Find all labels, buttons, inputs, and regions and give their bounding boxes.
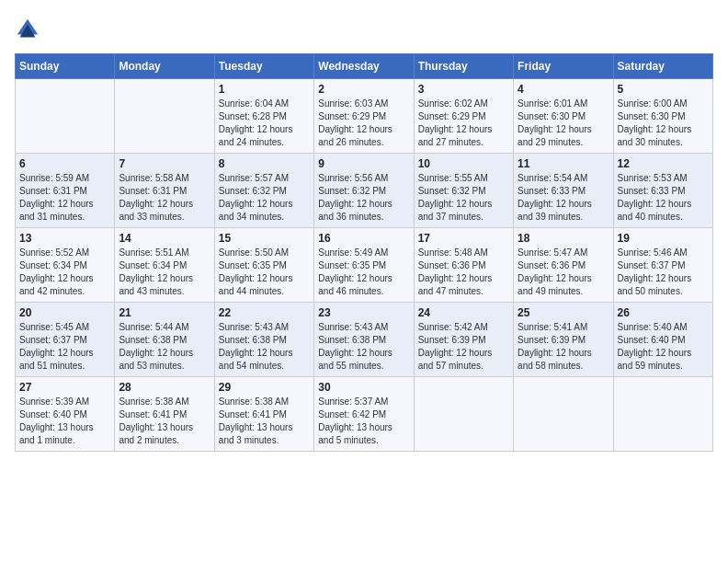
calendar-cell bbox=[115, 79, 214, 154]
calendar-cell: 17Sunrise: 5:48 AMSunset: 6:36 PMDayligh… bbox=[414, 228, 513, 303]
calendar-cell: 15Sunrise: 5:50 AMSunset: 6:35 PMDayligh… bbox=[214, 228, 313, 303]
day-info: Sunrise: 6:00 AMSunset: 6:30 PMDaylight:… bbox=[618, 98, 709, 149]
calendar-cell: 24Sunrise: 5:42 AMSunset: 6:39 PMDayligh… bbox=[414, 303, 513, 377]
calendar-cell: 4Sunrise: 6:01 AMSunset: 6:30 PMDaylight… bbox=[514, 79, 613, 154]
calendar-cell bbox=[514, 377, 613, 452]
calendar-week-row: 6Sunrise: 5:59 AMSunset: 6:31 PMDaylight… bbox=[16, 154, 713, 228]
day-info: Sunrise: 5:57 AMSunset: 6:32 PMDaylight:… bbox=[219, 172, 310, 224]
day-number: 21 bbox=[119, 306, 210, 319]
day-info: Sunrise: 5:49 AMSunset: 6:35 PMDaylight:… bbox=[318, 247, 409, 298]
logo bbox=[15, 15, 44, 42]
day-info: Sunrise: 5:58 AMSunset: 6:31 PMDaylight:… bbox=[119, 172, 210, 224]
calendar-cell: 23Sunrise: 5:43 AMSunset: 6:38 PMDayligh… bbox=[314, 303, 414, 377]
day-info: Sunrise: 5:45 AMSunset: 6:37 PMDaylight:… bbox=[19, 321, 110, 373]
calendar-cell: 18Sunrise: 5:47 AMSunset: 6:36 PMDayligh… bbox=[514, 228, 613, 303]
day-number: 14 bbox=[119, 232, 210, 245]
day-info: Sunrise: 5:54 AMSunset: 6:33 PMDaylight:… bbox=[518, 172, 609, 224]
day-info: Sunrise: 5:56 AMSunset: 6:32 PMDaylight:… bbox=[318, 172, 409, 224]
header bbox=[15, 15, 713, 42]
calendar-week-row: 27Sunrise: 5:39 AMSunset: 6:40 PMDayligh… bbox=[16, 377, 713, 452]
calendar-cell: 21Sunrise: 5:44 AMSunset: 6:38 PMDayligh… bbox=[115, 303, 214, 377]
calendar-week-row: 20Sunrise: 5:45 AMSunset: 6:37 PMDayligh… bbox=[16, 303, 713, 377]
day-info: Sunrise: 5:47 AMSunset: 6:36 PMDaylight:… bbox=[518, 247, 609, 298]
calendar-cell: 29Sunrise: 5:38 AMSunset: 6:41 PMDayligh… bbox=[214, 377, 313, 452]
calendar-cell: 30Sunrise: 5:37 AMSunset: 6:42 PMDayligh… bbox=[314, 377, 414, 452]
weekday-header: Friday bbox=[514, 54, 613, 79]
day-info: Sunrise: 5:43 AMSunset: 6:38 PMDaylight:… bbox=[219, 321, 310, 373]
day-number: 30 bbox=[318, 381, 409, 394]
calendar-cell: 5Sunrise: 6:00 AMSunset: 6:30 PMDaylight… bbox=[613, 79, 712, 154]
day-info: Sunrise: 5:39 AMSunset: 6:40 PMDaylight:… bbox=[19, 396, 110, 447]
day-number: 19 bbox=[618, 232, 709, 245]
day-number: 11 bbox=[518, 157, 609, 170]
calendar-cell: 12Sunrise: 5:53 AMSunset: 6:33 PMDayligh… bbox=[613, 154, 712, 228]
day-number: 29 bbox=[219, 381, 310, 394]
day-info: Sunrise: 5:42 AMSunset: 6:39 PMDaylight:… bbox=[418, 321, 509, 373]
day-info: Sunrise: 5:41 AMSunset: 6:39 PMDaylight:… bbox=[518, 321, 609, 373]
calendar-cell: 28Sunrise: 5:38 AMSunset: 6:41 PMDayligh… bbox=[115, 377, 214, 452]
day-number: 24 bbox=[418, 306, 509, 319]
day-number: 20 bbox=[19, 306, 110, 319]
calendar-cell: 10Sunrise: 5:55 AMSunset: 6:32 PMDayligh… bbox=[414, 154, 513, 228]
day-info: Sunrise: 5:46 AMSunset: 6:37 PMDaylight:… bbox=[618, 247, 709, 298]
day-number: 22 bbox=[219, 306, 310, 319]
day-number: 7 bbox=[119, 157, 210, 170]
day-number: 12 bbox=[618, 157, 709, 170]
calendar-cell: 11Sunrise: 5:54 AMSunset: 6:33 PMDayligh… bbox=[514, 154, 613, 228]
logo-icon bbox=[15, 17, 40, 42]
calendar-cell: 8Sunrise: 5:57 AMSunset: 6:32 PMDaylight… bbox=[214, 154, 313, 228]
day-number: 2 bbox=[318, 83, 409, 96]
calendar-cell: 9Sunrise: 5:56 AMSunset: 6:32 PMDaylight… bbox=[314, 154, 414, 228]
day-info: Sunrise: 5:59 AMSunset: 6:31 PMDaylight:… bbox=[19, 172, 110, 224]
day-number: 23 bbox=[318, 306, 409, 319]
day-number: 18 bbox=[518, 232, 609, 245]
day-number: 27 bbox=[19, 381, 110, 394]
day-number: 28 bbox=[119, 381, 210, 394]
day-info: Sunrise: 5:52 AMSunset: 6:34 PMDaylight:… bbox=[19, 247, 110, 298]
calendar-cell: 22Sunrise: 5:43 AMSunset: 6:38 PMDayligh… bbox=[214, 303, 313, 377]
calendar-cell: 20Sunrise: 5:45 AMSunset: 6:37 PMDayligh… bbox=[16, 303, 115, 377]
day-number: 26 bbox=[618, 306, 709, 319]
calendar-cell bbox=[613, 377, 712, 452]
day-info: Sunrise: 5:38 AMSunset: 6:41 PMDaylight:… bbox=[219, 396, 310, 447]
calendar-cell: 3Sunrise: 6:02 AMSunset: 6:29 PMDaylight… bbox=[414, 79, 513, 154]
day-info: Sunrise: 6:01 AMSunset: 6:30 PMDaylight:… bbox=[518, 98, 609, 149]
calendar-cell bbox=[16, 79, 115, 154]
day-number: 5 bbox=[618, 83, 709, 96]
calendar-cell: 16Sunrise: 5:49 AMSunset: 6:35 PMDayligh… bbox=[314, 228, 414, 303]
day-number: 1 bbox=[219, 83, 310, 96]
day-info: Sunrise: 5:43 AMSunset: 6:38 PMDaylight:… bbox=[318, 321, 409, 373]
calendar-cell: 14Sunrise: 5:51 AMSunset: 6:34 PMDayligh… bbox=[115, 228, 214, 303]
day-info: Sunrise: 5:37 AMSunset: 6:42 PMDaylight:… bbox=[318, 396, 409, 447]
calendar-cell: 27Sunrise: 5:39 AMSunset: 6:40 PMDayligh… bbox=[16, 377, 115, 452]
weekday-header: Wednesday bbox=[314, 54, 414, 79]
calendar-cell: 19Sunrise: 5:46 AMSunset: 6:37 PMDayligh… bbox=[613, 228, 712, 303]
day-number: 13 bbox=[19, 232, 110, 245]
day-number: 8 bbox=[219, 157, 310, 170]
day-info: Sunrise: 5:44 AMSunset: 6:38 PMDaylight:… bbox=[119, 321, 210, 373]
day-number: 10 bbox=[418, 157, 509, 170]
calendar-cell: 25Sunrise: 5:41 AMSunset: 6:39 PMDayligh… bbox=[514, 303, 613, 377]
weekday-header: Monday bbox=[115, 54, 214, 79]
header-row: SundayMondayTuesdayWednesdayThursdayFrid… bbox=[16, 54, 713, 79]
day-info: Sunrise: 5:55 AMSunset: 6:32 PMDaylight:… bbox=[418, 172, 509, 224]
day-info: Sunrise: 6:04 AMSunset: 6:28 PMDaylight:… bbox=[219, 98, 310, 149]
weekday-header: Tuesday bbox=[214, 54, 313, 79]
day-info: Sunrise: 5:48 AMSunset: 6:36 PMDaylight:… bbox=[418, 247, 509, 298]
day-info: Sunrise: 6:02 AMSunset: 6:29 PMDaylight:… bbox=[418, 98, 509, 149]
day-info: Sunrise: 5:38 AMSunset: 6:41 PMDaylight:… bbox=[119, 396, 210, 447]
calendar-cell: 2Sunrise: 6:03 AMSunset: 6:29 PMDaylight… bbox=[314, 79, 414, 154]
weekday-header: Sunday bbox=[16, 54, 115, 79]
calendar-cell: 26Sunrise: 5:40 AMSunset: 6:40 PMDayligh… bbox=[613, 303, 712, 377]
calendar-week-row: 13Sunrise: 5:52 AMSunset: 6:34 PMDayligh… bbox=[16, 228, 713, 303]
day-number: 17 bbox=[418, 232, 509, 245]
calendar-cell: 1Sunrise: 6:04 AMSunset: 6:28 PMDaylight… bbox=[214, 79, 313, 154]
day-number: 9 bbox=[318, 157, 409, 170]
day-info: Sunrise: 5:40 AMSunset: 6:40 PMDaylight:… bbox=[618, 321, 709, 373]
calendar-cell: 7Sunrise: 5:58 AMSunset: 6:31 PMDaylight… bbox=[115, 154, 214, 228]
calendar-cell bbox=[414, 377, 513, 452]
day-number: 25 bbox=[518, 306, 609, 319]
calendar-week-row: 1Sunrise: 6:04 AMSunset: 6:28 PMDaylight… bbox=[16, 79, 713, 154]
day-number: 16 bbox=[318, 232, 409, 245]
weekday-header: Thursday bbox=[414, 54, 513, 79]
